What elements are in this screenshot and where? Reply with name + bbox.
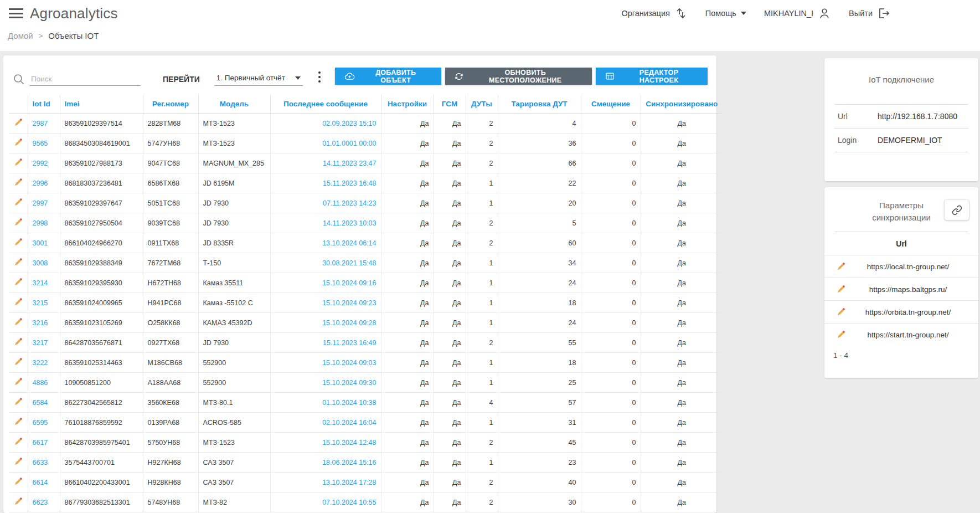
iot-id-link[interactable]: 3001 <box>28 233 60 253</box>
edit-pencil-icon[interactable] <box>837 262 845 271</box>
iot-id-link[interactable]: 3214 <box>28 273 60 293</box>
iot-id-link[interactable]: 2992 <box>28 153 60 173</box>
edit-pencil-icon[interactable] <box>14 118 23 127</box>
edit-pencil-icon[interactable] <box>14 477 23 486</box>
gsm-cell: Да <box>434 473 466 493</box>
offset-cell: 0 <box>581 313 641 333</box>
iot-id-link[interactable]: 3008 <box>28 253 60 273</box>
go-button[interactable]: ПЕРЕЙТИ <box>163 75 200 84</box>
edit-pencil-icon[interactable] <box>14 258 23 266</box>
header-offset[interactable]: Смещение <box>581 95 641 114</box>
header-iot-id[interactable]: Iot Id <box>28 95 60 114</box>
add-object-button[interactable]: ДОБАВИТЬ ОБЪЕКТ <box>335 68 441 85</box>
iot-id-link[interactable]: 6584 <box>28 393 60 413</box>
update-location-button[interactable]: ОБНОВИТЬ МЕСТОПОЛОЖЕНИЕ <box>445 68 592 85</box>
edit-pencil-icon[interactable] <box>14 357 23 366</box>
logout-button[interactable]: Выйти <box>849 7 890 20</box>
iot-id-link[interactable]: 2987 <box>28 114 60 134</box>
gsm-cell: Да <box>434 333 466 353</box>
edit-pencil-icon[interactable] <box>837 330 845 339</box>
last-message-link[interactable]: 13.10.2024 17:28 <box>270 473 381 493</box>
iot-id-link[interactable]: 6623 <box>28 493 60 512</box>
iot-id-link[interactable]: 2998 <box>28 213 60 233</box>
edit-pencil-icon[interactable] <box>14 297 23 306</box>
iot-id-link[interactable]: 2996 <box>28 173 60 193</box>
iot-id-link[interactable]: 6617 <box>28 433 60 453</box>
last-message-link[interactable]: 01.10.2024 10:38 <box>270 393 381 413</box>
edit-pencil-icon[interactable] <box>837 285 845 294</box>
last-message-link[interactable]: 13.10.2024 06:14 <box>270 233 381 253</box>
iot-id-link[interactable]: 9565 <box>28 134 60 153</box>
last-message-link[interactable]: 15.11.2023 16:48 <box>270 173 381 193</box>
edit-pencil-icon[interactable] <box>14 198 23 207</box>
settings-cell: Да <box>381 333 434 353</box>
last-message-link[interactable]: 15.10.2024 09:30 <box>270 373 381 393</box>
edit-pencil-icon[interactable] <box>14 377 23 386</box>
link-button[interactable] <box>944 199 969 220</box>
header-gsm[interactable]: ГСМ <box>434 95 466 114</box>
cloud-add-icon <box>344 71 355 81</box>
last-message-link[interactable]: 15.10.2024 09:23 <box>270 293 381 313</box>
edit-pencil-icon[interactable] <box>14 437 23 446</box>
last-message-link[interactable]: 15.11.2023 16:49 <box>270 333 381 353</box>
report-select[interactable]: 1. Первичный отчёт <box>214 71 303 86</box>
edit-pencil-icon[interactable] <box>14 158 23 167</box>
imei-cell: 86428703985975401 <box>60 433 143 453</box>
last-message-link[interactable]: 07.11.2023 14:23 <box>270 193 381 213</box>
iot-id-link[interactable]: 3222 <box>28 353 60 373</box>
iot-id-link[interactable]: 3217 <box>28 333 60 353</box>
iot-id-link[interactable]: 2997 <box>28 193 60 213</box>
last-message-link[interactable]: 15.10.2024 09:28 <box>270 313 381 333</box>
last-message-link[interactable]: 18.06.2024 15:16 <box>270 453 381 473</box>
header-synced[interactable]: Синхронизировано <box>641 95 723 114</box>
last-message-link[interactable]: 15.10.2024 12:48 <box>270 433 381 453</box>
edit-pencil-icon[interactable] <box>14 178 23 187</box>
menu-icon[interactable] <box>9 8 23 18</box>
edit-pencil-icon[interactable] <box>14 238 23 247</box>
breadcrumb-home-link[interactable]: Домой <box>8 31 33 40</box>
edit-pencil-icon[interactable] <box>14 337 23 346</box>
edit-pencil-icon[interactable] <box>14 457 23 466</box>
iot-id-link[interactable]: 3215 <box>28 293 60 313</box>
header-last-message[interactable]: Последнее сообщение <box>270 95 381 114</box>
edit-cell <box>9 134 28 153</box>
edit-pencil-icon[interactable] <box>14 278 23 286</box>
last-message-link[interactable]: 01.01.0001 00:00 <box>270 134 381 153</box>
header-settings[interactable]: Настройки <box>381 95 434 114</box>
edit-pencil-icon[interactable] <box>14 317 23 326</box>
last-message-link[interactable]: 15.10.2024 09:03 <box>270 353 381 373</box>
edit-pencil-icon[interactable] <box>14 218 23 227</box>
kebab-menu-icon[interactable] <box>318 71 321 83</box>
iot-id-link[interactable]: 6614 <box>28 473 60 493</box>
last-message-link[interactable]: 07.10.2024 10:55 <box>270 493 381 512</box>
edit-pencil-icon[interactable] <box>837 307 845 316</box>
last-message-link[interactable]: 14.11.2023 10:03 <box>270 213 381 233</box>
last-message-link[interactable]: 02.10.2024 16:04 <box>270 413 381 433</box>
edit-pencil-icon[interactable] <box>14 497 23 506</box>
gsm-cell: Да <box>434 353 466 373</box>
last-message-link[interactable]: 02.09.2023 15:10 <box>270 114 381 134</box>
header-model[interactable]: Модель <box>198 95 270 114</box>
user-menu[interactable]: MIKHAYLIN_I <box>764 7 831 20</box>
header-fuel-sensors[interactable]: ДУТы <box>466 95 498 114</box>
iot-id-link[interactable]: 4886 <box>28 373 60 393</box>
iot-id-link[interactable]: 6595 <box>28 413 60 433</box>
search-input[interactable] <box>30 73 141 86</box>
settings-editor-button[interactable]: РЕДАКТОР НАСТРОЕК <box>596 68 708 85</box>
last-message-link[interactable]: 15.10.2024 09:16 <box>270 273 381 293</box>
synced-cell: Да <box>641 493 723 512</box>
iot-id-link[interactable]: 6633 <box>28 453 60 473</box>
last-message-link[interactable]: 14.11.2023 23:47 <box>270 153 381 173</box>
edit-cell <box>9 233 28 253</box>
edit-pencil-icon[interactable] <box>14 138 23 147</box>
organization-button[interactable]: Организация <box>621 7 687 20</box>
help-menu[interactable]: Помощь <box>705 9 746 18</box>
model-cell: МТЗ-1523 <box>198 433 270 453</box>
header-reg-number[interactable]: Рег.номер <box>143 95 198 114</box>
edit-pencil-icon[interactable] <box>14 397 23 406</box>
iot-id-link[interactable]: 3216 <box>28 313 60 333</box>
header-calibration[interactable]: Тарировка ДУТ <box>498 95 581 114</box>
header-imei[interactable]: Imei <box>60 95 143 114</box>
edit-pencil-icon[interactable] <box>14 417 23 426</box>
last-message-link[interactable]: 30.08.2021 15:48 <box>270 253 381 273</box>
